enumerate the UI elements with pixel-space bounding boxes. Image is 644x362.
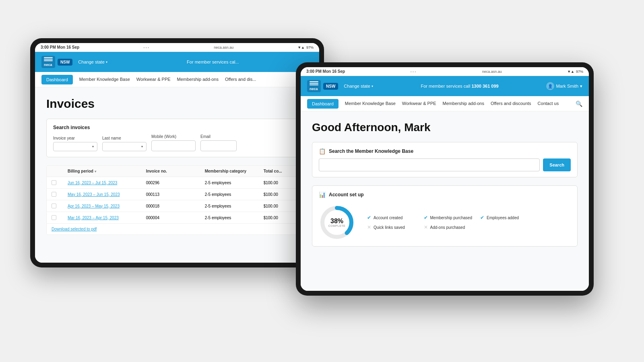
row1-checkbox[interactable]	[52, 180, 56, 185]
row1-invoice: 000296	[146, 181, 205, 185]
search-box: Search invoices Invoice year ▾ Last name	[46, 119, 308, 157]
nav-workwear-back[interactable]: Workwear & PPE	[136, 73, 171, 86]
filter-last-name: Last name ▾	[102, 136, 147, 151]
navbar-back: Dashboard Member Knowledge Base Workwear…	[35, 72, 319, 87]
table-row: Jun 16, 2023 – Jul 15, 2023 000296 2-5 e…	[47, 177, 308, 189]
nav-workwear-front[interactable]: Workwear & PPE	[402, 97, 436, 111]
row2-category: 2-5 employees	[205, 192, 264, 197]
last-name-arrow: ▾	[141, 145, 143, 148]
check-icon-membership: ✔	[424, 215, 428, 220]
status-time-front: 3:00 PM Mon 16 Sep	[306, 69, 345, 74]
checklist-label-employees: Employees added	[487, 216, 519, 220]
invoice-year-arrow: ▾	[92, 145, 94, 148]
hamburger-line-2-front	[310, 83, 318, 84]
neca-text-front: neca	[310, 87, 318, 91]
tablet-back: 3:00 PM Mon 16 Sep ··· neca.asn.au ▼▲ 97…	[30, 38, 324, 267]
filter-email-label: Email	[200, 134, 237, 139]
battery-icon-front: 97%	[576, 70, 583, 74]
logo-area-front: neca NSW	[307, 80, 338, 92]
nav-dashboard-back[interactable]: Dashboard	[41, 75, 73, 84]
filter-invoice-year-label: Invoice year	[53, 136, 97, 140]
account-setup-title: Account set up	[329, 192, 364, 197]
nav-dashboard-front[interactable]: Dashboard	[307, 99, 339, 109]
status-bar-back: 3:00 PM Mon 16 Sep ··· neca.asn.au ▼▲ 97…	[35, 43, 319, 52]
table-row: Apr 16, 2023 – May 15, 2023 000018 2-5 e…	[47, 200, 308, 212]
logo-area-back: neca NSW	[41, 56, 72, 68]
filter-last-name-label: Last name	[102, 136, 147, 140]
nsw-badge-back: NSW	[58, 59, 72, 66]
email-input[interactable]	[200, 140, 237, 151]
kb-search-button[interactable]: Search	[543, 158, 571, 171]
nav-membership-back[interactable]: Membership add-ons	[177, 73, 219, 86]
row3-category: 2-5 employees	[205, 204, 264, 208]
table-header: Billing period ▾ Invoice no. Membership …	[47, 166, 308, 177]
tablet-back-screen: 3:00 PM Mon 16 Sep ··· neca.asn.au ▼▲ 97…	[35, 43, 319, 263]
filter-email: Email	[200, 134, 237, 151]
check-icon-employees: ✔	[480, 215, 484, 220]
content-back: Invoices Search invoices Invoice year ▾ …	[35, 87, 319, 263]
last-name-select[interactable]: ▾	[102, 142, 147, 151]
donut-label: COMPLETE	[328, 224, 346, 227]
user-dropdown-arrow: ▾	[580, 84, 582, 89]
neca-text-back: neca	[44, 63, 53, 67]
checklist-item-addons: ✕ Add-ons purchased	[424, 224, 473, 230]
mobile-input[interactable]	[151, 140, 196, 151]
header-center-front: For member services call 1300 361 099	[379, 84, 541, 88]
download-pdf-link[interactable]: Download selected to pdf	[47, 224, 308, 234]
filter-invoice-year: Invoice year ▾	[53, 136, 97, 151]
content-front: Good Afternoon, Mark 📋 Search the Member…	[301, 111, 589, 291]
header-back: neca NSW Change state ▾ For member servi…	[35, 52, 319, 72]
nav-offers-back[interactable]: Offers and dis...	[225, 73, 256, 86]
header-center-back: For member services cal...	[113, 60, 313, 64]
nav-knowledge-front[interactable]: Member Knowledge Base	[345, 97, 396, 111]
header-front: neca NSW Change state ▾ For member servi…	[301, 76, 589, 96]
invoices-title: Invoices	[46, 97, 308, 111]
kb-search-row: Search	[319, 158, 571, 171]
checklist-item-employees-added: ✔ Employees added	[480, 215, 529, 220]
nav-knowledge-back[interactable]: Member Knowledge Base	[79, 73, 130, 86]
row2-checkbox[interactable]	[52, 192, 56, 197]
search-filters: Invoice year ▾ Last name ▾	[53, 134, 301, 151]
donut-percent: 38%	[328, 218, 346, 224]
row2-billing[interactable]: May 16, 2023 – Jun 15, 2023	[68, 192, 146, 197]
checklist-item-quick-links: ✕ Quick links saved	[367, 224, 416, 230]
checklist-label-quick-links: Quick links saved	[374, 225, 405, 230]
neca-logo-back: neca	[41, 56, 55, 68]
row3-invoice: 000018	[146, 204, 205, 208]
knowledge-base-icon: 📋	[319, 148, 326, 154]
row4-checkbox[interactable]	[52, 215, 56, 220]
invoice-year-select[interactable]: ▾	[53, 142, 97, 151]
account-body: 38% COMPLETE ✔ Account created ✔ Members…	[319, 204, 571, 241]
hamburger-line-2	[44, 59, 53, 60]
status-time-back: 3:00 PM Mon 16 Sep	[41, 45, 79, 49]
table-row: Mar 16, 2023 – Apr 15, 2023 000004 2-5 e…	[47, 212, 308, 224]
kb-search-input[interactable]	[319, 158, 540, 171]
col-billing-header: Billing period ▾	[68, 169, 146, 173]
search-icon[interactable]: 🔍	[576, 101, 582, 107]
nav-offers-front[interactable]: Offers and discounts	[491, 97, 531, 111]
row1-billing[interactable]: Jun 16, 2023 – Jul 15, 2023	[68, 181, 146, 185]
status-dots-front: ···	[410, 69, 417, 74]
checklist-label-addons: Add-ons purchased	[430, 225, 465, 230]
battery-icon-back: 97%	[306, 45, 314, 49]
cross-icon-addons: ✕	[424, 224, 428, 230]
hamburger-line-1-front	[310, 81, 318, 82]
change-state-back[interactable]: Change state ▾	[78, 60, 107, 64]
hamburger-line-3	[44, 60, 53, 61]
row4-billing[interactable]: Mar 16, 2023 – Apr 15, 2023	[68, 216, 146, 220]
status-bar-front: 3:00 PM Mon 16 Sep ··· neca.asn.au ▼▲ 97…	[301, 67, 589, 76]
status-dots-back: ···	[143, 45, 150, 50]
nav-membership-front[interactable]: Membership add-ons	[443, 97, 484, 111]
change-state-arrow-back: ▾	[106, 60, 107, 64]
change-state-front[interactable]: Change state ▾	[344, 84, 373, 88]
wifi-icon-front: ▼▲	[567, 70, 574, 74]
checklist-item-membership-purchased: ✔ Membership purchased	[424, 215, 473, 220]
hamburger-line-3-front	[310, 84, 318, 85]
search-box-title: Search invoices	[53, 125, 301, 130]
user-area[interactable]: 👤 Mark Smith ▾	[546, 82, 582, 90]
check-icon-account: ✔	[367, 215, 371, 220]
row3-checkbox[interactable]	[52, 204, 56, 208]
cross-icon-quick-links: ✕	[367, 224, 371, 230]
row3-billing[interactable]: Apr 16, 2023 – May 15, 2023	[68, 204, 146, 208]
nav-contact-front[interactable]: Contact us	[538, 97, 559, 111]
